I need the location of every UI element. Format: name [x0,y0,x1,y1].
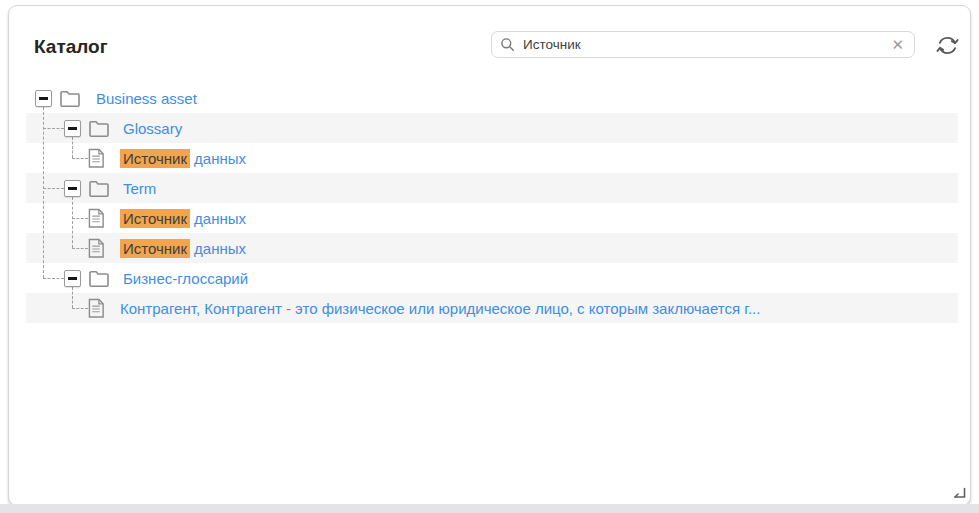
tree-node-label[interactable]: Бизнес-глоссарий [123,270,248,287]
tree-node-label[interactable]: Контрагент, Контрагент - это физическое … [120,300,760,317]
tree-connector [43,188,64,189]
tree-node-label[interactable]: Источникданных [120,150,246,167]
tree-node-label[interactable]: Источникданных [120,240,246,257]
tree-row-business-asset: Business asset [26,83,958,113]
clear-icon[interactable]: ✕ [889,35,906,54]
search-icon [500,37,515,52]
document-icon [88,298,105,319]
tree-connector [43,128,64,129]
collapse-toggle-icon[interactable] [64,270,81,287]
tree-connector [72,287,73,308]
tree-connector [72,197,73,248]
tree-connector [72,158,88,159]
tree-connector [72,137,73,158]
tree-row-document: Источникданных [26,143,958,173]
collapse-toggle-icon[interactable] [64,120,81,137]
refresh-icon [934,32,961,59]
tree-row-document: Контрагент, Контрагент - это физическое … [26,293,958,323]
refresh-button[interactable] [931,30,963,60]
search-match-highlight: Источник [120,209,190,228]
document-icon [88,238,105,259]
tree-row-document: Источникданных [26,233,958,263]
collapse-toggle-icon[interactable] [64,180,81,197]
folder-icon [89,180,109,197]
tree-row-glossary: Glossary [26,113,958,143]
folder-icon [60,90,80,107]
tree-node-label[interactable]: Источникданных [120,210,246,227]
tree-connector [72,218,88,219]
tree-connector [43,107,44,278]
search-match-highlight: Источник [120,239,190,258]
search-match-highlight: Источник [120,149,190,168]
tree-row-business-glossary: Бизнес-глоссарий [26,263,958,293]
tree-row-document: Источникданных [26,203,958,233]
search-box[interactable]: ✕ [491,31,915,58]
tree-connector [72,308,88,309]
page-background-strip [0,504,979,513]
document-icon [88,148,105,169]
tree-node-label[interactable]: Business asset [96,90,197,107]
tree-node-label[interactable]: Glossary [123,120,182,137]
catalog-panel: Каталог ✕ [8,5,971,506]
tree-connector [43,278,64,279]
tree-node-label[interactable]: Term [123,180,156,197]
folder-icon [89,120,109,137]
folder-icon [89,270,109,287]
page-title: Каталог [34,36,108,58]
tree-connector [72,248,88,249]
search-input[interactable] [521,36,889,53]
tree-row-term: Term [26,173,958,203]
catalog-tree: Business asset Glossary Источникданных T… [26,83,958,323]
document-icon [88,208,105,229]
collapse-toggle-icon[interactable] [35,90,52,107]
resize-handle-icon[interactable] [953,485,966,503]
